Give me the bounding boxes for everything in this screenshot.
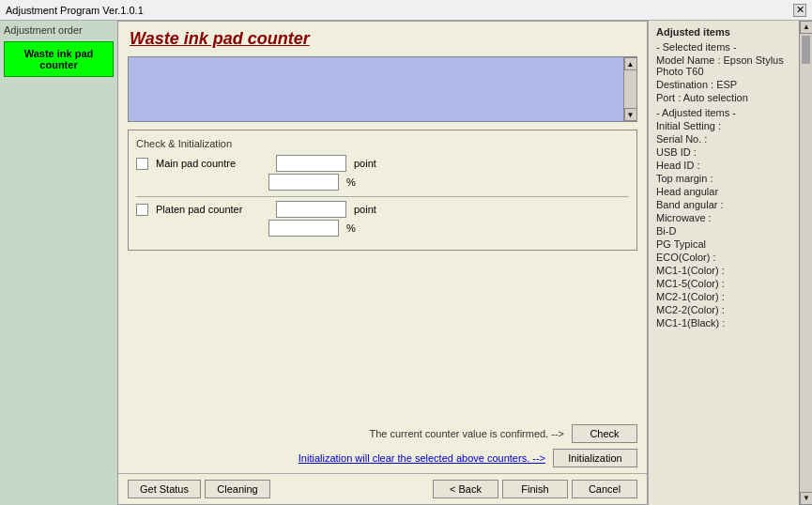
check-init-group: Check & Initialization Main pad countre …: [128, 130, 637, 251]
main-pad-point-input[interactable]: [276, 155, 346, 172]
get-status-button[interactable]: Get Status: [128, 480, 201, 498]
mc1-1-color: MC1-1(Color) :: [656, 265, 804, 276]
back-button[interactable]: < Back: [433, 480, 498, 498]
microwave: Microwave :: [656, 212, 804, 223]
destination: Destination : ESP: [656, 79, 804, 90]
mc1-1-black: MC1-1(Black) :: [656, 317, 804, 329]
band-angular: Band angular :: [656, 199, 804, 210]
finish-button[interactable]: Finish: [502, 480, 568, 498]
title-bar: Adjustment Program Ver.1.0.1 ✕: [0, 0, 812, 21]
dialog-title: Waste ink pad counter: [118, 22, 647, 53]
platen-pad-subrow: %: [268, 220, 629, 237]
adjustment-order-title: Adjustment order: [4, 24, 114, 36]
main-pad-percent-unit: %: [346, 176, 356, 188]
right-scroll-thumb[interactable]: [802, 36, 810, 64]
left-sidebar: Adjustment order Waste ink pad counter: [0, 21, 117, 505]
close-button[interactable]: ✕: [793, 4, 806, 17]
display-scrollbar[interactable]: ▲ ▼: [623, 57, 636, 121]
init-row: Initialization will clear the selected a…: [128, 449, 637, 467]
platen-pad-row: Platen pad counter point: [136, 201, 629, 218]
port: Port : Auto selection: [656, 92, 804, 103]
dialog-bottom: The current counter value is confirmed. …: [118, 254, 647, 473]
pg-typical: PG Typical: [656, 238, 804, 250]
separator: [136, 196, 629, 197]
main-pad-point-unit: point: [354, 158, 376, 169]
cancel-button[interactable]: Cancel: [572, 480, 637, 498]
confirm-row: The current counter value is confirmed. …: [128, 424, 637, 443]
right-scroll-down[interactable]: ▼: [800, 492, 812, 505]
bi-d: Bi-D: [656, 225, 804, 237]
head-angular: Head angular: [656, 186, 804, 197]
mc2-1-color: MC2-1(Color) :: [656, 291, 804, 302]
model-name: Model Name : Epson Stylus Photo T60: [656, 54, 804, 77]
main-pad-percent-input[interactable]: [268, 174, 339, 191]
eco-color: ECO(Color) :: [656, 252, 804, 263]
main-pad-row: Main pad countre point: [136, 155, 629, 172]
platen-pad-point-unit: point: [354, 204, 376, 215]
main-pad-checkbox[interactable]: [136, 158, 148, 170]
platen-pad-label: Platen pad counter: [156, 204, 268, 215]
platen-pad-percent-unit: %: [346, 222, 356, 234]
initial-setting: Initial Setting :: [656, 120, 804, 131]
platen-pad-point-input[interactable]: [276, 201, 346, 218]
adjusted-items-section-label: - Adjusted items -: [656, 107, 804, 118]
head-id: Head ID :: [656, 160, 804, 171]
scroll-down-arrow[interactable]: ▼: [624, 108, 637, 121]
scroll-up-arrow[interactable]: ▲: [624, 57, 637, 70]
app-title: Adjustment Program Ver.1.0.1: [6, 5, 144, 16]
dialog-area: Waste ink pad counter ▲ ▼ Check & Initia…: [117, 21, 648, 505]
blue-display: ▲ ▼: [128, 56, 637, 122]
mc1-5-color: MC1-5(Color) :: [656, 278, 804, 289]
footer-bar: Get Status Cleaning < Back Finish Cancel: [118, 473, 647, 504]
main-pad-label: Main pad countre: [156, 158, 268, 169]
cleaning-button[interactable]: Cleaning: [205, 480, 270, 498]
right-scrollbar[interactable]: ▲ ▼: [799, 21, 812, 505]
right-sidebar: Adjusted items - Selected items - Model …: [648, 21, 812, 505]
usb-id: USB ID :: [656, 146, 804, 158]
initialization-button[interactable]: Initialization: [553, 449, 637, 467]
check-button[interactable]: Check: [572, 424, 637, 443]
serial-no: Serial No. :: [656, 133, 804, 145]
confirm-text: The current counter value is confirmed. …: [369, 428, 564, 439]
main-pad-subrow: %: [268, 174, 629, 191]
platen-pad-checkbox[interactable]: [136, 204, 148, 216]
mc2-2-color: MC2-2(Color) :: [656, 304, 804, 315]
right-scroll-up[interactable]: ▲: [800, 21, 812, 34]
adjusted-items-title: Adjusted items: [656, 26, 804, 38]
sidebar-item-waste-ink[interactable]: Waste ink pad counter: [4, 41, 114, 77]
init-text: Initialization will clear the selected a…: [299, 452, 545, 464]
selected-items-label: - Selected items -: [656, 41, 804, 53]
platen-pad-percent-input[interactable]: [268, 220, 339, 237]
group-legend: Check & Initialization: [136, 138, 629, 149]
top-margin: Top margin :: [656, 173, 804, 184]
